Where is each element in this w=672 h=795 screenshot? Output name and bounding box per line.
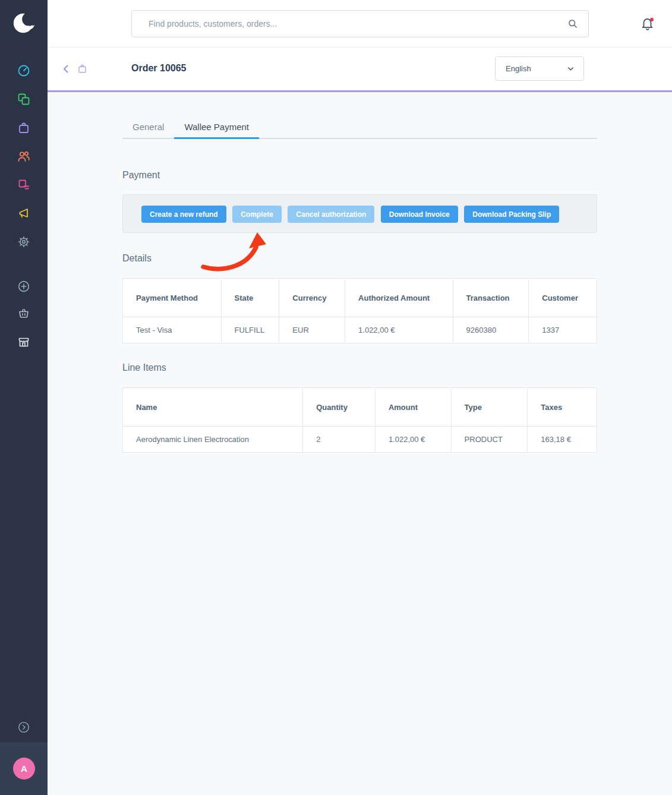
download-packing-slip-button[interactable]: Download Packing Slip <box>464 206 559 223</box>
sidebar-item-customers[interactable] <box>17 149 31 163</box>
column-header: Customer <box>528 279 597 317</box>
sidebar-item-add[interactable] <box>17 279 31 294</box>
sidebar-user-section: A <box>0 742 48 795</box>
column-header: Type <box>451 388 528 426</box>
column-header: Transaction <box>453 279 529 317</box>
table-row: Test - Visa FULFILL EUR 1.022,00 € 92603… <box>123 317 597 343</box>
order-module-icon <box>77 63 88 74</box>
orders-icon <box>17 121 31 135</box>
notifications-button[interactable] <box>640 16 655 31</box>
tab-general[interactable]: General <box>122 116 174 139</box>
transaction-cell: 9260380 <box>453 317 529 343</box>
complete-button[interactable]: Complete <box>232 206 282 223</box>
column-header: Quantity <box>302 388 375 426</box>
language-select-value: English <box>506 64 566 73</box>
marketing-icon <box>17 206 31 220</box>
sidebar-item-marketing[interactable] <box>17 206 31 220</box>
column-header: Amount <box>375 388 451 426</box>
column-header: Taxes <box>527 388 597 426</box>
language-select[interactable]: English <box>495 56 584 81</box>
add-icon <box>17 279 31 294</box>
app-root: A <box>0 0 672 795</box>
tab-bar: General Wallee Payment <box>122 116 597 139</box>
customer-cell: 1337 <box>528 317 597 343</box>
sidebar: A <box>0 0 48 795</box>
shopware-logo[interactable] <box>11 10 38 37</box>
main-area: Order 10065 English General Wallee Payme… <box>48 0 672 795</box>
item-name-cell: Aerodynamic Linen Electrocation <box>123 427 302 452</box>
expand-sidebar-button[interactable] <box>17 720 31 734</box>
chevron-left-icon <box>61 64 71 74</box>
amount-cell: 1.022,00 € <box>375 427 451 452</box>
bell-icon <box>640 16 655 31</box>
back-button[interactable] <box>61 64 71 74</box>
shopware-logo-icon <box>11 10 38 37</box>
customers-icon <box>17 149 31 163</box>
notification-dot <box>650 18 654 21</box>
sidebar-item-content[interactable] <box>17 178 31 192</box>
global-search <box>131 10 589 37</box>
search-icon <box>567 18 579 30</box>
download-invoice-button[interactable]: Download Invoice <box>381 206 458 223</box>
authorized-amount-cell: 1.022,00 € <box>345 317 453 343</box>
catalogues-icon <box>17 92 31 106</box>
topbar <box>48 0 672 48</box>
red-arrow-annotation <box>196 231 273 275</box>
payment-heading: Payment <box>122 170 160 181</box>
column-header: Payment Method <box>123 279 221 317</box>
currency-cell: EUR <box>279 317 345 343</box>
dashboard-icon <box>17 64 31 78</box>
details-table: Payment Method State Currency Authorized… <box>122 278 597 343</box>
column-header: Authorized Amount <box>345 279 453 317</box>
cancel-authorization-button[interactable]: Cancel authorization <box>288 206 374 223</box>
smartbar: Order 10065 English <box>48 48 672 90</box>
column-header: State <box>221 279 279 317</box>
sidebar-item-orders[interactable] <box>17 121 31 135</box>
column-header: Currency <box>279 279 345 317</box>
payment-actions-panel: Create a new refund Complete Cancel auth… <box>122 194 597 233</box>
sidebar-item-catalogues[interactable] <box>17 92 31 106</box>
sales-channel-icon <box>17 335 31 349</box>
avatar[interactable]: A <box>13 758 35 780</box>
settings-icon <box>17 235 31 249</box>
chevron-down-icon <box>566 64 575 73</box>
sidebar-item-extensions[interactable] <box>17 306 31 320</box>
expand-icon <box>17 720 31 734</box>
tab-wallee-payment[interactable]: Wallee Payment <box>174 116 259 139</box>
details-heading: Details <box>122 253 152 264</box>
create-refund-button[interactable]: Create a new refund <box>141 206 226 223</box>
sidebar-item-sales-channel[interactable] <box>17 335 31 349</box>
details-table-header: Payment Method State Currency Authorized… <box>123 279 597 317</box>
column-header: Name <box>123 388 302 426</box>
search-input[interactable] <box>132 19 567 29</box>
line-items-table: Name Quantity Amount Type Taxes Aerodyna… <box>122 387 597 453</box>
page-title: Order 10065 <box>131 63 187 74</box>
state-cell: FULFILL <box>221 317 279 343</box>
type-cell: PRODUCT <box>451 427 528 452</box>
line-items-table-header: Name Quantity Amount Type Taxes <box>123 388 597 426</box>
content-area: General Wallee Payment Payment Create a … <box>48 92 672 795</box>
payment-method-cell: Test - Visa <box>123 317 221 343</box>
content-icon <box>17 178 31 192</box>
table-row: Aerodynamic Linen Electrocation 2 1.022,… <box>123 426 597 452</box>
taxes-cell: 163,18 € <box>527 427 597 452</box>
bag-icon <box>77 63 88 74</box>
extensions-icon <box>17 306 31 320</box>
line-items-heading: Line Items <box>122 362 166 373</box>
sidebar-item-settings[interactable] <box>17 235 31 249</box>
quantity-cell: 2 <box>302 427 375 452</box>
sidebar-item-dashboard[interactable] <box>17 64 31 78</box>
